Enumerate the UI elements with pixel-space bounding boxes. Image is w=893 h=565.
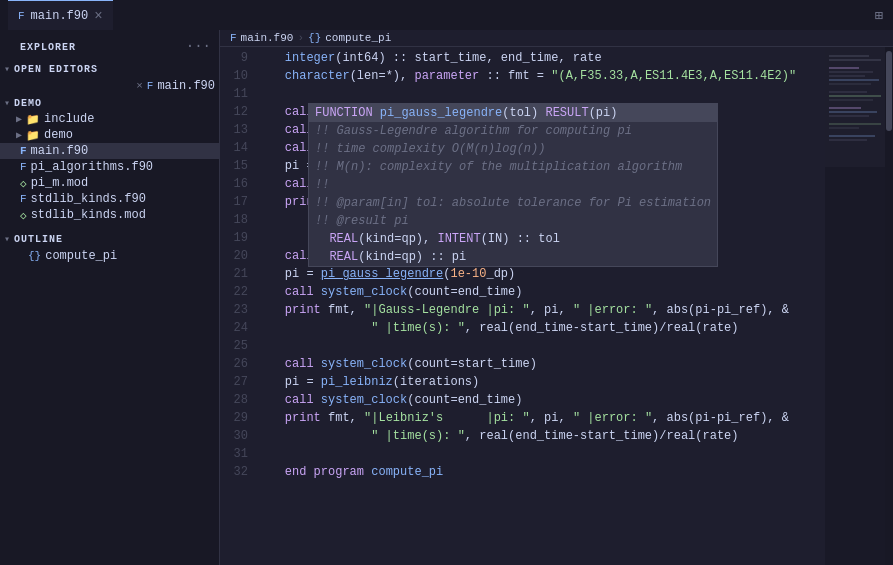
sidebar-item-pi-algorithms[interactable]: F pi_algorithms.f90: [0, 159, 219, 175]
outline-header[interactable]: ▾ OUTLINE: [0, 231, 219, 247]
chevron-right-icon: ▶: [16, 113, 22, 125]
title-right-icons: ⊞: [873, 5, 885, 26]
code-line: end program compute_pi: [256, 463, 825, 481]
editor-area: F main.f90 › {} compute_pi 91011 121314 …: [220, 30, 893, 565]
pi-m-mod-label: pi_m.mod: [31, 176, 89, 190]
popup-line-3: !! time complexity O(M(n)log(n)): [309, 140, 717, 158]
popup-line-6: !! @param[in] tol: absolute tolerance fo…: [309, 194, 717, 212]
demo-folder-label: demo: [44, 128, 73, 142]
outline-section: ▾ OUTLINE {} compute_pi: [0, 231, 219, 265]
code-line: pi = pi_gauss_legendre(1e-10_dp): [256, 265, 825, 283]
code-line: character(len=*), parameter :: fmt = "(A…: [256, 67, 825, 85]
code-line: print fmt, "|Gauss-Legendre |pi: ", pi, …: [256, 301, 825, 319]
pi-algorithms-label: pi_algorithms.f90: [31, 160, 153, 174]
breadcrumb-file[interactable]: F: [230, 32, 237, 44]
sidebar-item-include[interactable]: ▶ 📁 include: [0, 111, 219, 127]
minimap-svg: [825, 47, 885, 565]
breadcrumb-function-name[interactable]: compute_pi: [325, 32, 391, 44]
sidebar-item-pi-m-mod[interactable]: ◇ pi_m.mod: [0, 175, 219, 191]
open-editor-filename: main.f90: [157, 79, 215, 93]
folder-icon-demo: 📁: [26, 129, 40, 142]
line-numbers: 91011 121314 151617 181920 212223 242526…: [220, 47, 256, 565]
demo-label: DEMO: [14, 98, 42, 109]
popup-line-2: !! Gauss-Legendre algorithm for computin…: [309, 122, 717, 140]
demo-section-header[interactable]: ▾ DEMO: [0, 95, 219, 111]
folder-icon: 📁: [26, 113, 40, 126]
tab-close-icon[interactable]: ×: [94, 9, 102, 23]
popup-line-5: !!: [309, 176, 717, 194]
open-editors-header[interactable]: ▾ OPEN EDITORS: [0, 61, 219, 77]
code-line: call system_clock(count=end_time): [256, 391, 825, 409]
breadcrumb-function-icon: {}: [308, 32, 321, 44]
sidebar: EXPLORER ··· ▾ OPEN EDITORS × F main.f90…: [0, 30, 220, 565]
file-type-icon-mod1: ◇: [20, 177, 27, 190]
include-folder-label: include: [44, 112, 94, 126]
code-editor[interactable]: 91011 121314 151617 181920 212223 242526…: [220, 47, 893, 565]
outline-label: OUTLINE: [14, 234, 63, 245]
outline-function-icon: {}: [28, 250, 41, 262]
stdlib-f90-label: stdlib_kinds.f90: [31, 192, 146, 206]
popup-line-8: REAL(kind=qp), INTENT(IN) :: tol: [309, 230, 717, 248]
open-editors-label: OPEN EDITORS: [14, 64, 98, 75]
code-line: [256, 337, 825, 355]
file-icon-f90: F: [147, 80, 154, 92]
sidebar-title: EXPLORER: [8, 34, 88, 57]
chevron-down-icon-outline: ▾: [4, 233, 10, 245]
code-line: print fmt, "|Leibniz's |pi: ", pi, " |er…: [256, 409, 825, 427]
tab-main-f90[interactable]: F main.f90 ×: [8, 0, 113, 30]
svg-rect-18: [825, 47, 885, 167]
file-type-icon-stdlib-f90: F: [20, 193, 27, 205]
file-type-icon-pi-alg: F: [20, 161, 27, 173]
code-line: call system_clock(count=end_time): [256, 283, 825, 301]
popup-line-9: REAL(kind=qp) :: pi: [309, 248, 717, 266]
sidebar-item-stdlib-mod[interactable]: ◇ stdlib_kinds.mod: [0, 207, 219, 223]
open-editors-section: ▾ OPEN EDITORS × F main.f90: [0, 61, 219, 95]
main-f90-label: main.f90: [31, 144, 89, 158]
code-line: [256, 85, 825, 103]
scroll-thumb[interactable]: [886, 51, 892, 131]
close-icon[interactable]: ×: [136, 80, 143, 92]
sidebar-item-main-f90[interactable]: F main.f90: [0, 143, 219, 159]
compute-pi-label: compute_pi: [45, 249, 117, 263]
tab-file-icon: F: [18, 10, 25, 22]
code-line: " |time(s): ", real(end_time-start_time)…: [256, 427, 825, 445]
popup-line-7: !! @result pi: [309, 212, 717, 230]
breadcrumb-filename[interactable]: main.f90: [241, 32, 294, 44]
sidebar-more-icon[interactable]: ···: [186, 38, 211, 54]
code-line: [256, 445, 825, 463]
outline-item-compute-pi[interactable]: {} compute_pi: [0, 247, 219, 265]
split-editor-icon[interactable]: ⊞: [873, 5, 885, 26]
sidebar-item-stdlib-f90[interactable]: F stdlib_kinds.f90: [0, 191, 219, 207]
chevron-down-icon: ▾: [4, 63, 10, 75]
vertical-scrollbar[interactable]: [885, 47, 893, 565]
file-type-icon-f90: F: [20, 145, 27, 157]
main-layout: EXPLORER ··· ▾ OPEN EDITORS × F main.f90…: [0, 30, 893, 565]
popup-line-1: FUNCTION pi_gauss_legendre(tol) RESULT(p…: [309, 104, 717, 122]
file-type-icon-mod2: ◇: [20, 209, 27, 222]
autocomplete-popup: FUNCTION pi_gauss_legendre(tol) RESULT(p…: [308, 103, 718, 267]
open-editor-item-main-f90[interactable]: × F main.f90: [0, 77, 219, 95]
minimap: [825, 47, 885, 565]
code-line: call system_clock(count=start_time): [256, 355, 825, 373]
code-line: pi = pi_leibniz(iterations): [256, 373, 825, 391]
breadcrumb: F main.f90 › {} compute_pi: [220, 30, 893, 47]
tab-filename: main.f90: [31, 9, 89, 23]
tab-bar: F main.f90 ×: [8, 0, 113, 30]
title-bar: F main.f90 × ⊞: [0, 0, 893, 30]
code-line: " |time(s): ", real(end_time-start_time)…: [256, 319, 825, 337]
code-line: integer(int64) :: start_time, end_time, …: [256, 49, 825, 67]
demo-section: ▾ DEMO ▶ 📁 include ▶ 📁 demo F main.f90: [0, 95, 219, 223]
sidebar-item-demo[interactable]: ▶ 📁 demo: [0, 127, 219, 143]
code-content[interactable]: integer(int64) :: start_time, end_time, …: [256, 47, 825, 565]
stdlib-mod-label: stdlib_kinds.mod: [31, 208, 146, 222]
breadcrumb-separator: ›: [297, 32, 304, 44]
chevron-down-icon-demo: ▾: [4, 97, 10, 109]
chevron-right-icon-demo: ▶: [16, 129, 22, 141]
popup-line-4: !! M(n): complexity of the multiplicatio…: [309, 158, 717, 176]
